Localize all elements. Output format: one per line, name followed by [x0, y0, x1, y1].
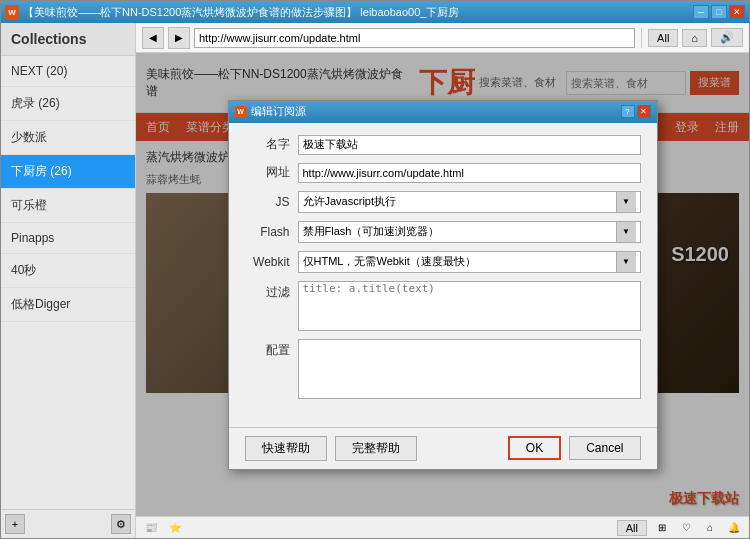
- url-input[interactable]: [194, 28, 635, 48]
- flash-row: Flash 禁用Flash（可加速浏览器） ▼: [245, 221, 641, 243]
- js-select-wrapper: 允许Javascript执行 ▼: [298, 191, 641, 213]
- home-button[interactable]: ⌂: [682, 29, 707, 47]
- heart-icon: ♡: [677, 521, 695, 535]
- sidebar-header: Collections: [1, 23, 135, 56]
- name-label: 名字: [245, 136, 290, 153]
- dialog-overlay: W 编辑订阅源 ? ✕ 名字: [136, 53, 749, 516]
- config-label: 配置: [245, 339, 290, 359]
- dialog-help-button[interactable]: ?: [621, 105, 635, 118]
- status-bar: 📰 ⭐ All ⊞ ♡ ⌂ 🔔: [136, 516, 749, 538]
- webkit-row: Webkit 仅HTML，无需Webkit（速度最快） ▼: [245, 251, 641, 273]
- close-button[interactable]: ✕: [729, 5, 745, 19]
- config-row: 配置: [245, 339, 641, 407]
- title-bar: W 【美味煎饺——松下NN-DS1200蒸汽烘烤微波炉食谱的做法步骤图】 lei…: [1, 1, 749, 23]
- dialog-app-icon: W: [235, 106, 247, 118]
- filter-textarea[interactable]: [298, 281, 641, 331]
- dialog-title-bar: W 编辑订阅源 ? ✕: [229, 101, 657, 123]
- minimize-button[interactable]: ─: [693, 5, 709, 19]
- settings-button[interactable]: ⚙: [111, 514, 131, 534]
- webkit-select-wrapper: 仅HTML，无需Webkit（速度最快） ▼: [298, 251, 641, 273]
- sidebar-item-hulu[interactable]: 虎录 (26): [1, 87, 135, 121]
- sidebar-item-digger[interactable]: 低格Digger: [1, 288, 135, 322]
- edit-dialog: W 编辑订阅源 ? ✕ 名字: [228, 100, 658, 470]
- footer-left: 快速帮助 完整帮助: [245, 436, 417, 461]
- flash-select[interactable]: 禁用Flash（可加速浏览器） ▼: [298, 221, 641, 243]
- webkit-select-arrow: ▼: [616, 252, 636, 272]
- quick-help-button[interactable]: 快速帮助: [245, 436, 327, 461]
- name-row: 名字: [245, 135, 641, 155]
- sound-button[interactable]: 🔊: [711, 28, 743, 47]
- url-row: 网址: [245, 163, 641, 183]
- sidebar-item-shaosupai[interactable]: 少数派: [1, 121, 135, 155]
- dialog-title-text: W 编辑订阅源: [235, 104, 306, 119]
- feed-icon: 📰: [142, 521, 160, 535]
- sidebar-item-40miao[interactable]: 40秒: [1, 254, 135, 288]
- js-row: JS 允许Javascript执行 ▼: [245, 191, 641, 213]
- sidebar: Collections NEXT (20) 虎录 (26) 少数派 下厨房 (2…: [1, 23, 136, 538]
- filter-row: 过滤: [245, 281, 641, 331]
- url-field[interactable]: [298, 163, 641, 183]
- sidebar-item-xiachufang[interactable]: 下厨房 (26): [1, 155, 135, 189]
- star-icon: ⭐: [166, 521, 184, 535]
- browser-content: 美味煎饺——松下NN-DS1200蒸汽烘烤微波炉食谱 下厨 搜索菜谱、食材 搜菜…: [136, 53, 749, 516]
- sidebar-footer: + ⚙: [1, 509, 135, 538]
- webkit-label: Webkit: [245, 255, 290, 269]
- js-select-arrow: ▼: [616, 192, 636, 212]
- dialog-footer: 快速帮助 完整帮助 OK Cancel: [229, 427, 657, 469]
- back-button[interactable]: ◀: [142, 27, 164, 49]
- add-collection-button[interactable]: +: [5, 514, 25, 534]
- cancel-button[interactable]: Cancel: [569, 436, 640, 460]
- sidebar-item-next[interactable]: NEXT (20): [1, 56, 135, 87]
- dialog-body: 名字 网址 JS: [229, 123, 657, 427]
- flash-label: Flash: [245, 225, 290, 239]
- bell-icon: 🔔: [725, 521, 743, 535]
- all-button[interactable]: All: [648, 29, 678, 47]
- toolbar-divider: [641, 28, 642, 48]
- sidebar-item-kelecheng[interactable]: 可乐橙: [1, 189, 135, 223]
- js-select[interactable]: 允许Javascript执行 ▼: [298, 191, 641, 213]
- maximize-button[interactable]: □: [711, 5, 727, 19]
- grid-icon: ⊞: [653, 521, 671, 535]
- dialog-close-button[interactable]: ✕: [637, 105, 651, 118]
- webkit-select[interactable]: 仅HTML，无需Webkit（速度最快） ▼: [298, 251, 641, 273]
- main-window: W 【美味煎饺——松下NN-DS1200蒸汽烘烤微波炉食谱的做法步骤图】 lei…: [0, 0, 750, 539]
- all-status-btn[interactable]: All: [617, 520, 647, 536]
- title-bar-controls: ─ □ ✕: [693, 5, 745, 19]
- ok-button[interactable]: OK: [508, 436, 561, 460]
- filter-label: 过滤: [245, 281, 290, 301]
- config-area: [298, 339, 641, 399]
- title-bar-left: W 【美味煎饺——松下NN-DS1200蒸汽烘烤微波炉食谱的做法步骤图】 lei…: [5, 5, 459, 20]
- content-area: Collections NEXT (20) 虎录 (26) 少数派 下厨房 (2…: [1, 23, 749, 538]
- dialog-controls: ? ✕: [621, 105, 651, 118]
- flash-select-wrapper: 禁用Flash（可加速浏览器） ▼: [298, 221, 641, 243]
- name-input[interactable]: [298, 135, 641, 155]
- footer-right: OK Cancel: [508, 436, 641, 460]
- app-icon: W: [5, 5, 19, 19]
- home-status-icon: ⌂: [701, 521, 719, 535]
- flash-select-arrow: ▼: [616, 222, 636, 242]
- sidebar-item-pinapps[interactable]: Pinapps: [1, 223, 135, 254]
- main-content: ◀ ▶ All ⌂ 🔊 美味煎饺——松下NN-DS1200蒸汽烘烤微波炉食谱 下…: [136, 23, 749, 538]
- window-title: 【美味煎饺——松下NN-DS1200蒸汽烘烤微波炉食谱的做法步骤图】 leiba…: [23, 5, 459, 20]
- forward-button[interactable]: ▶: [168, 27, 190, 49]
- toolbar: ◀ ▶ All ⌂ 🔊: [136, 23, 749, 53]
- url-label: 网址: [245, 164, 290, 181]
- full-help-button[interactable]: 完整帮助: [335, 436, 417, 461]
- js-label: JS: [245, 195, 290, 209]
